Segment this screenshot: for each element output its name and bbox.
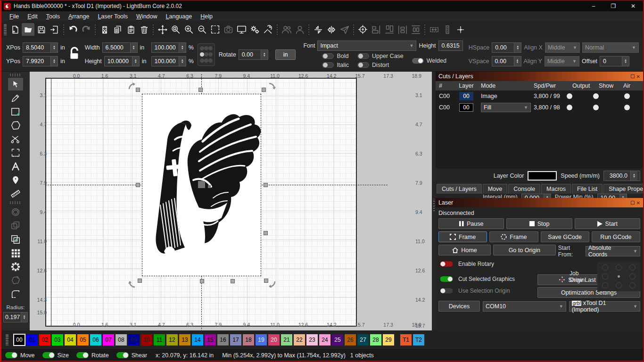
save-gcode-button[interactable]: Save GCode bbox=[541, 231, 589, 242]
selection-handle[interactable] bbox=[198, 88, 203, 92]
font-toggle[interactable]: Distort bbox=[357, 62, 404, 68]
palette-color[interactable]: T1 bbox=[400, 334, 412, 346]
circular-array-tool-icon[interactable] bbox=[8, 260, 23, 273]
palette-color[interactable]: 26 bbox=[345, 334, 356, 346]
font-height-field[interactable]: 0.6315 bbox=[438, 41, 463, 51]
lock-icon[interactable] bbox=[69, 47, 81, 62]
cut-icon[interactable] bbox=[98, 23, 111, 36]
tools-grip[interactable] bbox=[10, 74, 21, 76]
hspace-field[interactable]: 0.00▲▼ bbox=[492, 42, 521, 53]
distribute-horizontal-icon[interactable] bbox=[396, 23, 409, 36]
align-horizontal-icon[interactable] bbox=[370, 23, 382, 36]
font-toggle[interactable]: Italic bbox=[322, 62, 349, 68]
paste-icon[interactable] bbox=[124, 23, 137, 36]
palette-color[interactable]: 15 bbox=[205, 334, 216, 346]
palette-color[interactable]: 18 bbox=[243, 334, 254, 346]
send-icon[interactable] bbox=[338, 23, 351, 36]
start-from-combobox[interactable]: Absolute Coords▼ bbox=[586, 246, 640, 256]
units-button[interactable]: in bbox=[275, 49, 296, 60]
set-origin-icon[interactable] bbox=[356, 23, 369, 36]
font-combobox[interactable]: Impact▼ bbox=[317, 41, 416, 51]
speed-field[interactable]: 3800.0▲▼ bbox=[603, 171, 640, 181]
height-percent-field[interactable]: 100.000▲▼ bbox=[151, 56, 186, 66]
palette-color[interactable]: 19 bbox=[256, 334, 267, 346]
menu-item[interactable]: Tools bbox=[42, 12, 64, 21]
pan-icon[interactable] bbox=[156, 23, 169, 36]
kerf-offset-tool-icon[interactable] bbox=[8, 206, 23, 218]
height-field[interactable]: 10.0000▲▼ bbox=[104, 56, 140, 66]
node-edit-tool-icon[interactable] bbox=[8, 132, 23, 145]
toggle-switch[interactable] bbox=[42, 352, 55, 358]
palette-color[interactable]: 02 bbox=[39, 334, 50, 346]
panel-tab[interactable]: File List bbox=[572, 184, 603, 194]
toggle-switch[interactable] bbox=[116, 352, 129, 358]
toggle-switch[interactable] bbox=[76, 352, 89, 358]
pause-button[interactable]: Pause bbox=[438, 218, 504, 229]
aligny-combobox[interactable]: Middle▼ bbox=[545, 56, 579, 66]
selection-center-marker[interactable] bbox=[198, 181, 205, 188]
xpos-spinner[interactable]: ▲▼ bbox=[50, 43, 58, 52]
panel-tab[interactable]: Macros bbox=[541, 184, 571, 194]
draw-lines-tool-icon[interactable] bbox=[8, 91, 23, 104]
boolean-ops-tool-icon[interactable] bbox=[8, 233, 23, 246]
flip-horizontal-icon[interactable] bbox=[325, 23, 338, 36]
toggle-switch[interactable] bbox=[412, 58, 424, 64]
palette-color[interactable]: 04 bbox=[65, 334, 76, 346]
pattern-copy-tool-icon[interactable] bbox=[8, 219, 23, 232]
snap-dots-icon[interactable] bbox=[454, 23, 467, 36]
air-toggle[interactable] bbox=[623, 92, 624, 100]
palette-color[interactable]: 21 bbox=[281, 334, 292, 346]
font-toggle[interactable]: Upper Case bbox=[357, 53, 404, 59]
job-origin-grid[interactable] bbox=[597, 262, 640, 291]
toggle-switch[interactable] bbox=[357, 62, 369, 68]
palette-color[interactable]: 23 bbox=[306, 334, 318, 346]
maximize-icon[interactable]: ❐ bbox=[603, 1, 623, 11]
polygon-tool-icon[interactable] bbox=[8, 119, 23, 132]
ypos-spinner[interactable]: ▲▼ bbox=[50, 57, 58, 66]
palette-color[interactable]: T2 bbox=[413, 334, 424, 346]
stop-button[interactable]: Stop bbox=[506, 218, 572, 229]
palette-color[interactable]: 06 bbox=[90, 334, 101, 346]
selection-handle[interactable] bbox=[136, 183, 140, 187]
selection-handle[interactable] bbox=[262, 88, 266, 92]
frame-rect-button[interactable]: Frame bbox=[438, 231, 487, 242]
selection-handle[interactable] bbox=[136, 88, 140, 92]
palette-color[interactable]: 28 bbox=[370, 334, 381, 346]
rectangle-tool-icon[interactable] bbox=[8, 105, 23, 118]
palette-color[interactable]: 13 bbox=[179, 334, 190, 346]
start-button[interactable]: Start bbox=[575, 218, 640, 229]
palette-color[interactable]: 08 bbox=[116, 334, 127, 346]
close-panel-icon[interactable]: ✕ bbox=[636, 74, 640, 79]
devices-button[interactable]: Devices bbox=[438, 301, 480, 312]
text-tool-icon[interactable] bbox=[8, 160, 23, 173]
palette-grip[interactable] bbox=[6, 334, 8, 346]
height-spinner[interactable]: ▲▼ bbox=[132, 57, 139, 66]
status-toggle[interactable]: Rotate bbox=[76, 352, 109, 359]
menu-item[interactable]: Edit bbox=[23, 12, 42, 21]
user-icon[interactable] bbox=[293, 23, 306, 36]
ypos-field[interactable]: 7.9920▲▼ bbox=[23, 56, 58, 66]
show-toggle[interactable] bbox=[599, 104, 600, 111]
anchor-point-grid[interactable] bbox=[198, 43, 215, 66]
radius-field[interactable]: 0.197▲▼ bbox=[3, 312, 28, 322]
palette-color[interactable]: 29 bbox=[383, 334, 394, 346]
panel-tab[interactable]: Console bbox=[508, 184, 540, 194]
mode-combobox[interactable]: Fill▼ bbox=[481, 103, 531, 112]
radius-spinner[interactable]: ▲▼ bbox=[21, 313, 27, 322]
status-toggle[interactable]: Move bbox=[5, 352, 35, 359]
layer-row[interactable]: C00 00 Fill▼ 3,800 / 98 bbox=[436, 102, 643, 113]
menu-item[interactable]: Arrange bbox=[64, 12, 93, 21]
xpos-field[interactable]: 8.5040▲▼ bbox=[23, 42, 58, 53]
hpct-spinner[interactable]: ▲▼ bbox=[179, 57, 186, 66]
weld-mode-combobox[interactable]: Normal▼ bbox=[582, 42, 639, 53]
air-toggle[interactable] bbox=[623, 104, 624, 111]
copy-icon[interactable] bbox=[111, 23, 124, 36]
new-file-icon[interactable] bbox=[8, 23, 21, 36]
zoom-out-icon[interactable] bbox=[196, 23, 208, 36]
toolbar-grip[interactable] bbox=[4, 24, 7, 35]
palette-color[interactable]: 22 bbox=[294, 334, 305, 346]
vspace-spinner[interactable]: ▲▼ bbox=[514, 57, 521, 66]
rotate-handle-icon[interactable] bbox=[268, 280, 276, 288]
position-pin-tool-icon[interactable] bbox=[8, 173, 23, 186]
hspace-spinner[interactable]: ▲▼ bbox=[514, 43, 521, 52]
